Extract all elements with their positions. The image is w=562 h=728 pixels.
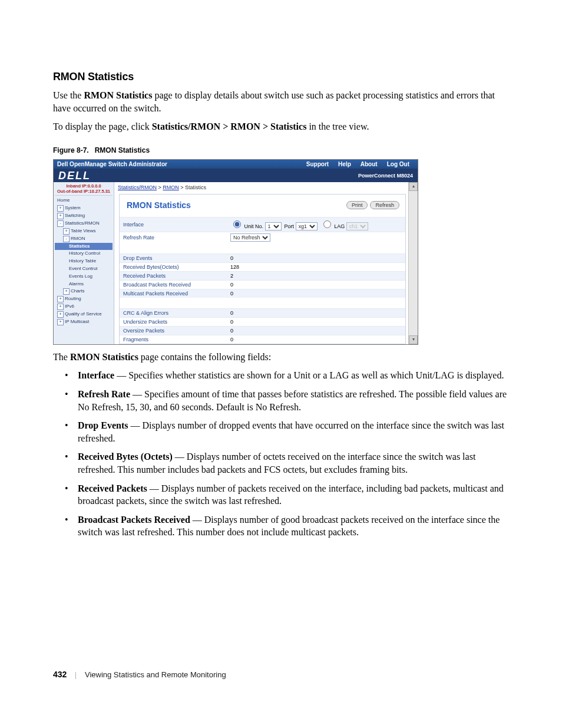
tree-label: Events Log (69, 274, 92, 279)
field-name: Received Bytes (Octets) (78, 452, 173, 462)
scroll-up-icon[interactable]: ▴ (409, 182, 418, 191)
print-button[interactable]: Print (346, 201, 368, 209)
dell-logo: DELL (58, 170, 91, 181)
link-logout[interactable]: Log Out (387, 161, 409, 167)
field-name: Drop Events (78, 420, 128, 430)
collapse-icon[interactable]: - (57, 220, 64, 227)
breadcrumb-link[interactable]: RMON (163, 185, 179, 190)
stat-value: 128 (227, 262, 405, 271)
text-bold: RMON Statistics (84, 90, 152, 100)
content-panel: RMON Statistics Print Refresh Interface … (119, 194, 406, 344)
section-heading: RMON Statistics (53, 71, 509, 83)
tree-item[interactable]: History Control (55, 250, 113, 258)
stat-value: 0 (227, 317, 405, 326)
stat-value: 2 (227, 271, 405, 280)
tree-item[interactable]: +IP Multicast (55, 318, 113, 326)
nav-sidebar: Inband IP:0.0.0.0 Out-of-band IP:10.27.5… (54, 182, 114, 344)
expand-icon[interactable]: + (57, 304, 64, 310)
stat-value: 0 (227, 280, 405, 289)
tree-label: Routing (65, 296, 81, 301)
label-port: Port (285, 223, 295, 229)
radio-unit[interactable] (233, 220, 241, 228)
field-desc: — Specifies whether statistics are shown… (114, 370, 504, 380)
select-lag: ch1 (346, 222, 368, 230)
link-help[interactable]: Help (338, 161, 351, 167)
tree-item[interactable]: Alarms (55, 281, 113, 288)
tree-label: Statistics (69, 243, 90, 249)
expand-icon[interactable]: + (57, 319, 64, 325)
scroll-down-icon[interactable]: ▾ (409, 335, 418, 344)
tree-item[interactable]: +IPv6 (55, 303, 113, 311)
select-refresh-rate[interactable]: No Refresh (230, 233, 270, 242)
tree-item[interactable]: +Table Views (55, 228, 113, 235)
tree-item[interactable]: History Table (55, 258, 113, 265)
text: Use the (53, 90, 84, 100)
figure-title: RMON Statistics (95, 146, 150, 154)
window-title: Dell OpenManage Switch Administrator (57, 161, 167, 167)
tree-label: Charts (71, 288, 85, 294)
field-name: Refresh Rate (78, 389, 130, 399)
tree-item[interactable]: Events Log (55, 273, 113, 281)
tree-item[interactable]: +Switching (55, 212, 113, 220)
nav-tree[interactable]: Home+System+Switching-Statistics/RMON+Ta… (55, 197, 113, 327)
field-item: Refresh Rate — Specifies amount of time … (78, 388, 509, 413)
stat-label: Broadcast Packets Received (120, 280, 227, 289)
select-unit[interactable]: 1 (265, 222, 282, 230)
tree-label: Alarms (69, 281, 84, 286)
stat-value: 0 (227, 289, 405, 298)
after-figure-para: The RMON Statistics page contains the fo… (53, 351, 509, 364)
tree-label: Switching (65, 213, 85, 218)
tree-item[interactable]: +Routing (55, 295, 113, 303)
stat-label: Undersize Packets (120, 317, 227, 326)
link-support[interactable]: Support (306, 161, 329, 167)
stat-label: Received Packets (120, 271, 227, 280)
errors-grid: CRC & Align Errors0Undersize Packets0Ove… (120, 308, 405, 344)
tree-item[interactable]: +Quality of Service (55, 311, 113, 318)
model-name: PowerConnect M8024 (358, 173, 413, 179)
field-item: Interface — Specifies whether statistics… (78, 369, 509, 382)
expand-icon[interactable]: + (57, 311, 64, 318)
page-footer: 432 | Viewing Statistics and Remote Moni… (53, 670, 226, 680)
field-name: Broadcast Packets Received (78, 515, 190, 525)
tree-label: System (65, 205, 81, 210)
row-label: Interface (120, 217, 227, 232)
outband-ip: Out-of-band IP:10.27.5.31 (55, 189, 113, 194)
tree-item[interactable]: Home (55, 197, 113, 205)
tree-item[interactable]: -Statistics/RMON (55, 220, 113, 228)
expand-icon[interactable]: + (57, 296, 64, 302)
stat-value: 0 (227, 326, 405, 335)
link-about[interactable]: About (361, 161, 378, 167)
radio-lag[interactable] (323, 220, 331, 228)
breadcrumb: Statistics/RMON > RMON > Statistics (118, 183, 408, 192)
expand-icon[interactable]: + (63, 288, 70, 295)
field-desc: — Displays number of dropped events that… (78, 420, 504, 443)
select-port[interactable]: xg1 (296, 222, 318, 230)
expand-icon[interactable]: + (57, 213, 64, 219)
stat-value: 0 (227, 308, 405, 317)
text-bold: RMON Statistics (70, 352, 138, 362)
expand-icon[interactable]: + (63, 228, 70, 235)
brand-bar: DELL PowerConnect M8024 (54, 169, 418, 182)
field-name: Interface (78, 370, 114, 380)
stat-label: Fragments (120, 335, 227, 344)
label-lag: LAG (334, 223, 345, 229)
row-label: Refresh Rate (120, 232, 227, 243)
tree-label: Table Views (71, 228, 96, 233)
tree-item[interactable]: Event Control (55, 265, 113, 273)
screenshot-window: Dell OpenManage Switch Administrator Sup… (53, 159, 418, 345)
ip-block: Inband IP:0.0.0.0 Out-of-band IP:10.27.5… (55, 183, 113, 196)
tree-item[interactable]: -RMON (55, 235, 113, 243)
tree-item[interactable]: Statistics (55, 243, 113, 251)
refresh-button[interactable]: Refresh (370, 201, 399, 209)
collapse-icon[interactable]: - (63, 236, 70, 242)
breadcrumb-link[interactable]: Statistics/RMON (118, 185, 157, 190)
tree-item[interactable]: +System (55, 205, 113, 212)
stat-label: CRC & Align Errors (120, 308, 227, 317)
text: The (53, 352, 70, 362)
settings-grid: Interface Unit No. 1 Port xg1 LAG ch1 (120, 217, 405, 243)
scrollbar[interactable]: ▴ ▾ (408, 182, 418, 344)
tree-label: Home (57, 197, 70, 203)
expand-icon[interactable]: + (57, 205, 64, 212)
field-item: Received Bytes (Octets) — Displays numbe… (78, 450, 509, 476)
tree-item[interactable]: +Charts (55, 288, 113, 295)
